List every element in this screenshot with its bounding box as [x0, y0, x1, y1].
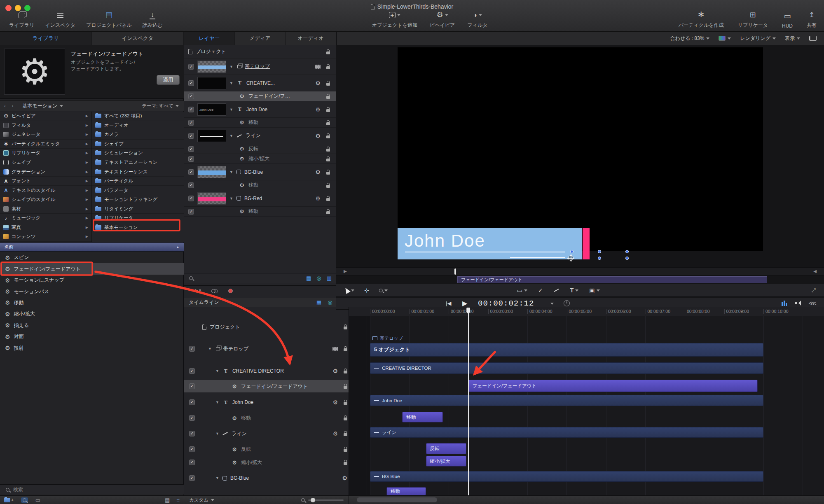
lock-icon[interactable]	[326, 51, 330, 54]
apply-button[interactable]: 適用	[157, 75, 180, 85]
view-dropdown[interactable]: 表示	[785, 35, 800, 42]
library-category--[interactable]: パーティクルエミッタ▶	[0, 140, 91, 149]
grid-view-icon[interactable]: ▦	[165, 497, 170, 503]
timecode-dropdown-icon[interactable]	[550, 303, 554, 305]
lock-icon[interactable]	[344, 433, 347, 436]
timeline-row--[interactable]: ✓⚙フェードイン/フェードアウト	[184, 380, 349, 392]
checkbox[interactable]: ✓	[189, 460, 195, 465]
library-search-field[interactable]: 検索	[0, 484, 184, 495]
lock-icon[interactable]	[344, 371, 347, 373]
checkbox[interactable]: ✓	[188, 64, 194, 70]
library-path-dropdown[interactable]: 基本モーション	[22, 103, 63, 110]
library-folder--[interactable]: オーディオ	[92, 121, 184, 131]
lowerthird-name-text[interactable]: John Doe	[405, 231, 485, 251]
timeline-ruler[interactable]: 00:00:00:0000:00:01:0000:00:02:0000:00:0…	[349, 307, 824, 316]
disclosure-triangle-icon[interactable]: ▼	[229, 196, 233, 201]
lowerthird-pink-bar[interactable]	[583, 228, 590, 259]
list-view-icon[interactable]: ≡	[176, 497, 180, 503]
lock-icon[interactable]	[344, 402, 347, 405]
library-folder--[interactable]: 基本モーション	[92, 223, 184, 233]
lock-icon[interactable]	[326, 172, 330, 175]
checkbox[interactable]: ✓	[189, 368, 195, 374]
previous-frame-button[interactable]: |◀	[446, 300, 451, 306]
custom-zoom-dropdown[interactable]: カスタム	[189, 497, 214, 503]
toolbar-project-panel-button[interactable]: プロジェクトパネル	[86, 10, 132, 29]
disclosure-triangle-icon[interactable]: ▼	[229, 170, 233, 174]
layer-row--[interactable]: ✓⚙移動	[184, 207, 336, 217]
timeline-row-creative-director[interactable]: ✓▼TCREATIVE DIRECTOR⚙	[184, 365, 349, 377]
library-folder--[interactable]: モーショントラッキング	[92, 195, 184, 205]
layer-row--[interactable]: ✓⚙移動	[184, 180, 336, 190]
track-bar-creative-director[interactable]: CREATIVE DIRECTOR	[370, 362, 763, 374]
checkbox[interactable]: ✓	[188, 169, 194, 175]
checkbox[interactable]: ✓	[189, 346, 195, 352]
expand-icon[interactable]: ⤢	[812, 287, 816, 294]
track-bar--[interactable]: フェードイン/フェードアウト	[468, 380, 758, 392]
behavior-item--[interactable]: ⚙対面	[0, 331, 184, 342]
applied-behavior-gear-icon[interactable]: ⚙	[315, 106, 321, 113]
lock-icon[interactable]	[344, 462, 347, 465]
timeline-row--[interactable]: ✓▼ライン⚙	[184, 428, 349, 439]
timeline-track-area[interactable]: 帯テロップ 5 オブジェクトCREATIVE DIRECTORフェードイン/フェ…	[349, 316, 824, 495]
toolbar-add-object-button[interactable]: オブジェクトを追加	[372, 10, 417, 29]
applied-behavior-gear-icon[interactable]: ⚙	[342, 475, 347, 481]
timeline-row--[interactable]: ✓⚙反転	[184, 444, 349, 455]
toolbar-replicate-button[interactable]: リプリケータ	[738, 10, 768, 29]
applied-behavior-gear-icon[interactable]: ⚙	[332, 368, 338, 374]
checkbox[interactable]: ✓	[188, 196, 194, 201]
behavior-duration-bar[interactable]: フェードイン/フェードアウト	[457, 276, 767, 283]
timeline-row-john-doe[interactable]: ✓▼TJohn Doe⚙	[184, 397, 349, 408]
lock-icon[interactable]	[326, 198, 330, 201]
toolbar-filters-button[interactable]: フィルタ	[467, 10, 487, 29]
canvas[interactable]: John Doe	[398, 47, 763, 251]
toolbar-inspector-button[interactable]: インスペクタ	[45, 10, 75, 29]
applied-behavior-gear-icon[interactable]: ⚙	[315, 133, 321, 139]
library-folder--232-[interactable]: すべて (232 項目)	[92, 112, 184, 121]
zoom-out-icon[interactable]	[301, 498, 305, 502]
filter-behaviors-icon[interactable]: ◎	[316, 275, 321, 281]
checkbox[interactable]: ✓	[189, 399, 195, 405]
applied-behavior-gear-icon[interactable]: ⚙	[332, 399, 338, 406]
layer-row--[interactable]: ✓⚙縮小/拡大	[184, 154, 336, 164]
project-row[interactable]: プロジェクト	[184, 45, 336, 58]
layers-search-row[interactable]: ▦ ◎ ▥	[184, 273, 337, 283]
toolbar-make-particles-button[interactable]: パーティクルを作成	[679, 10, 724, 29]
text-tool[interactable]: T	[570, 287, 579, 294]
library-category--[interactable]: テキストのスタイル▶	[0, 186, 91, 195]
applied-behavior-gear-icon[interactable]: ⚙	[315, 80, 321, 86]
paint-tool[interactable]: ✓	[538, 287, 543, 294]
tab--[interactable]: インスペクタ	[92, 32, 184, 45]
lowerthird-line-selected[interactable]	[510, 257, 565, 258]
library-category--[interactable]: 写真▶	[0, 223, 91, 233]
show-keyframes-icon[interactable]: ◎	[328, 299, 332, 306]
applied-behavior-gear-icon[interactable]: ⚙	[315, 169, 321, 175]
toolbar-hud-button[interactable]: HUD	[782, 11, 793, 29]
transform-tool[interactable]: ⊹	[364, 287, 369, 294]
selection-handle[interactable]	[625, 250, 629, 253]
select-tool[interactable]	[344, 287, 354, 293]
rendering-dropdown[interactable]: レンダリング	[740, 35, 776, 42]
lock-icon[interactable]	[326, 122, 330, 125]
timing-icon[interactable]	[564, 300, 570, 306]
lock-icon[interactable]	[344, 418, 347, 420]
library-folder--[interactable]: パーティクル	[92, 177, 184, 186]
disclosure-triangle-icon[interactable]: ▼	[229, 65, 233, 69]
disclosure-triangle-icon[interactable]: ▼	[229, 81, 233, 85]
library-folder--[interactable]: シミュレーション	[92, 149, 184, 158]
zoom-tool[interactable]	[379, 289, 388, 292]
tab--[interactable]: レイヤー	[184, 32, 235, 45]
checkbox[interactable]: ✓	[188, 156, 194, 162]
track-bar--[interactable]: 移動	[402, 412, 442, 422]
track-bar-5-[interactable]: 5 オブジェクト	[370, 343, 763, 357]
layer-row--[interactable]: ✓▼帯テロップ	[184, 58, 336, 75]
lock-icon[interactable]	[326, 159, 330, 161]
speaker-icon[interactable]	[795, 301, 801, 306]
behavior-item--[interactable]: ⚙縮小/拡大	[0, 308, 184, 320]
disclosure-triangle-icon[interactable]: ▼	[215, 400, 219, 404]
nav-back-forward-buttons[interactable]: ‹ ›	[4, 103, 16, 108]
library-folder--[interactable]: リタイミング	[92, 204, 184, 214]
new-folder-icon[interactable]: +	[4, 498, 14, 502]
library-category--[interactable]: フィルタ▶	[0, 121, 91, 131]
checkbox[interactable]: ✓	[189, 431, 195, 436]
anchor-point-icon[interactable]	[568, 255, 574, 261]
